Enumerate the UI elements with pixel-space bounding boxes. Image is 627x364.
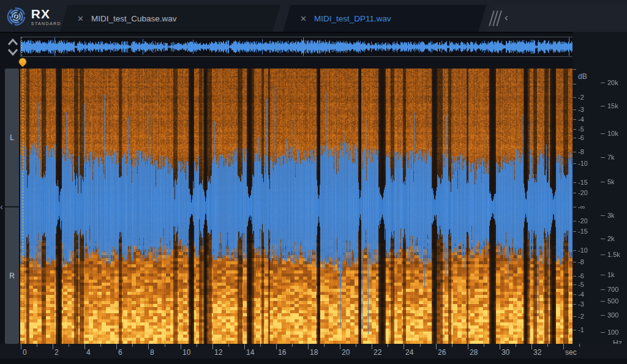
db-tick [573,207,576,207]
time-tick [420,344,421,347]
time-tick-label: 26 [438,348,446,357]
overview-resize-control[interactable] [6,37,20,57]
time-tick-label: 4 [86,348,91,357]
time-tick [436,344,437,349]
db-tick-label: -4 [578,291,584,298]
db-tick-label: -4 [578,116,584,123]
frequency-tick [601,239,605,239]
close-icon[interactable]: ✕ [77,14,84,23]
channel-label: L [10,133,14,142]
frequency-tick [601,332,605,333]
db-tick-label: -10 [578,247,588,254]
overview-waveform-canvas[interactable] [21,37,573,56]
time-tick-label: 22 [374,348,381,357]
db-tick [573,129,576,130]
db-tick-label: -20 [578,217,588,225]
tab-overflow-control[interactable]: ‹ [486,5,627,32]
time-tick [260,344,261,347]
frequency-tick-label: 1.5k [607,251,620,258]
spectrogram-display[interactable] [20,69,573,344]
time-tick [244,344,245,349]
frequency-tick [601,289,605,290]
time-tick [468,344,468,349]
time-tick [388,344,388,347]
time-tick [452,344,452,347]
time-tick [100,344,101,347]
time-tick [197,344,197,347]
db-tick-label: -2 [578,313,584,320]
frequency-tick-label: 20k [607,79,618,86]
db-tick-label: -5 [578,125,584,133]
time-tick [340,344,340,349]
panel-collapse-handle[interactable]: ‹ [0,199,5,214]
time-tick [516,344,516,347]
db-tick-label: -1 [578,326,584,333]
db-tick-label: -15 [578,179,588,186]
time-tick-label: 32 [533,348,541,357]
spectrogram-canvas[interactable] [20,69,573,344]
time-tick [181,344,181,349]
frequency-tick [601,106,605,106]
time-tick [372,344,372,349]
time-tick-label: 6 [118,348,122,357]
waveform-overview[interactable] [20,37,573,57]
frequency-tick [601,254,605,255]
frequency-tick-label: 5k [607,178,615,185]
db-tick-label: -6 [578,272,584,280]
time-tick-label: 20 [342,348,350,357]
time-tick [308,344,309,349]
time-tick [579,344,580,347]
time-ruler[interactable]: 02468101214161820222426283032sec [0,344,627,358]
db-tick-label: -6 [578,134,584,141]
db-tick [573,193,576,193]
tab-label: MIDI_test_DP11.wav [314,14,391,23]
time-tick-label: 10 [182,348,190,357]
time-tick [132,344,133,347]
frequency-tick [601,275,605,275]
db-tick [573,97,576,98]
time-tick-label: 12 [214,348,222,357]
db-tick [573,152,576,152]
chevron-left-icon[interactable]: ‹ [505,12,508,23]
channel-select-r[interactable]: R [5,207,19,344]
frequency-tick [601,301,605,302]
db-tick-label: -20 [578,189,588,196]
db-tick [573,304,576,305]
time-tick [500,344,500,349]
db-tick [573,182,576,183]
db-tick-label: -2 [578,94,584,101]
db-tick-label: -∞ [578,203,585,210]
frequency-tick-label: 15k [607,102,618,110]
time-tick [165,344,165,347]
frequency-tick-label: 700 [607,286,618,293]
time-tick-label: 18 [310,348,318,357]
time-tick-label: 24 [405,348,413,357]
frequency-tick [601,133,605,134]
time-tick-label: 30 [501,348,509,357]
time-unit-label: sec [565,348,577,357]
db-tick [573,69,576,70]
playhead-marker[interactable] [18,57,28,67]
time-tick [37,344,37,347]
document-tab[interactable]: ✕MIDI_test_Cubase.wav [60,5,280,32]
brand-subtitle: STANDARD [31,21,61,26]
rx-editor-window: RX STANDARD ✕MIDI_test_Cubase.wav✕MIDI_t… [0,0,627,364]
close-icon[interactable]: ✕ [300,14,307,23]
time-tick-label: 8 [150,348,154,357]
time-tick [276,344,277,349]
channel-select-l[interactable]: L [5,69,19,207]
frequency-tick [601,315,605,316]
frequency-tick-label: 3k [607,212,615,219]
db-tick [573,163,576,164]
time-tick [356,344,356,347]
db-tick [573,138,576,138]
db-tick [573,294,576,295]
db-tick [573,330,576,330]
db-tick-label: -3 [578,106,584,113]
document-tab[interactable]: ✕MIDI_test_DP11.wav [283,5,486,32]
rx-logo-icon [6,6,26,28]
db-tick [573,110,576,110]
time-tick-label: 2 [54,348,59,357]
tab-bar: RX STANDARD ✕MIDI_test_Cubase.wav✕MIDI_t… [0,0,627,33]
time-tick [228,344,229,347]
